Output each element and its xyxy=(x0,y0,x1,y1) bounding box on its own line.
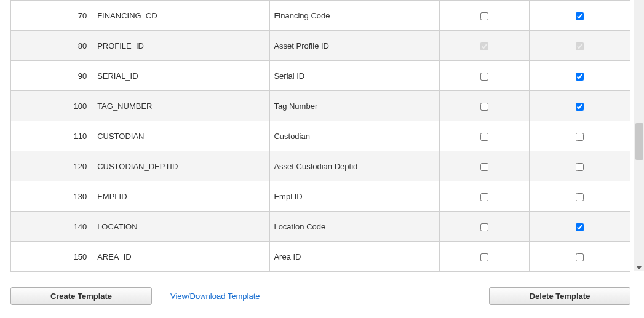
checkbox-col2[interactable] xyxy=(576,73,584,81)
checkbox-col1-cell xyxy=(439,212,529,242)
create-template-button[interactable]: Create Template xyxy=(10,287,152,305)
row-number: 110 xyxy=(11,121,93,151)
checkbox-col2[interactable] xyxy=(576,253,584,261)
row-number: 150 xyxy=(11,242,93,272)
table-row: 70FINANCING_CDFinancing Code xyxy=(11,1,630,31)
checkbox-col1-cell xyxy=(439,181,529,212)
vertical-scrollbar[interactable] xyxy=(634,0,644,271)
checkbox-col2[interactable] xyxy=(576,103,584,111)
checkbox-col2[interactable] xyxy=(576,12,584,20)
checkbox-col2[interactable] xyxy=(576,193,584,201)
checkbox-col1[interactable] xyxy=(480,223,488,231)
field-name: FINANCING_CD xyxy=(93,1,270,31)
table-row: 80PROFILE_IDAsset Profile ID xyxy=(11,31,630,61)
checkbox-col2-cell xyxy=(529,61,630,91)
checkbox-col1[interactable] xyxy=(480,193,488,201)
table-row: 120CUSTODIAN_DEPTIDAsset Custodian Depti… xyxy=(11,151,630,181)
checkbox-col1[interactable] xyxy=(480,103,488,111)
row-number: 70 xyxy=(11,1,93,31)
field-description: Serial ID xyxy=(270,61,439,91)
delete-template-button[interactable]: Delete Template xyxy=(489,287,630,305)
field-name: TAG_NUMBER xyxy=(93,91,270,121)
field-template-table: 70FINANCING_CDFinancing Code80PROFILE_ID… xyxy=(10,0,630,272)
checkbox-col1-cell xyxy=(439,242,529,272)
field-description: Financing Code xyxy=(270,1,439,31)
row-number: 100 xyxy=(11,91,93,121)
row-number: 130 xyxy=(11,181,93,212)
field-name: LOCATION xyxy=(93,212,270,242)
field-description: Empl ID xyxy=(270,181,439,212)
field-description: Area ID xyxy=(270,242,439,272)
field-name: AREA_ID xyxy=(93,242,270,272)
row-number: 120 xyxy=(11,151,93,181)
checkbox-col1-cell xyxy=(439,121,529,151)
checkbox-col1[interactable] xyxy=(480,12,488,20)
field-description: Tag Number xyxy=(270,91,439,121)
scroll-arrow-down-icon[interactable] xyxy=(637,266,642,269)
checkbox-col2-cell xyxy=(529,91,630,121)
checkbox-col2-cell xyxy=(529,181,630,212)
checkbox-col1[interactable] xyxy=(480,253,488,261)
field-description: Location Code xyxy=(270,212,439,242)
checkbox-col1 xyxy=(480,42,488,50)
field-description: Custodian xyxy=(270,121,439,151)
checkbox-col1[interactable] xyxy=(480,163,488,171)
row-number: 140 xyxy=(11,212,93,242)
field-name: PROFILE_ID xyxy=(93,31,270,61)
checkbox-col2-cell xyxy=(529,212,630,242)
checkbox-col1-cell xyxy=(439,31,529,61)
field-name: CUSTODIAN_DEPTID xyxy=(93,151,270,181)
table-row: 100TAG_NUMBERTag Number xyxy=(11,91,630,121)
checkbox-col2-cell xyxy=(529,121,630,151)
table-row: 150AREA_IDArea ID xyxy=(11,242,630,272)
checkbox-col1-cell xyxy=(439,1,529,31)
scroll-thumb[interactable] xyxy=(635,123,643,160)
field-description: Asset Profile ID xyxy=(270,31,439,61)
field-name: CUSTODIAN xyxy=(93,121,270,151)
table-row: 130EMPLIDEmpl ID xyxy=(11,181,630,212)
table-row: 110CUSTODIANCustodian xyxy=(11,121,630,151)
field-name: SERIAL_ID xyxy=(93,61,270,91)
checkbox-col2[interactable] xyxy=(576,223,584,231)
table-row: 140LOCATIONLocation Code xyxy=(11,212,630,242)
checkbox-col2[interactable] xyxy=(576,163,584,171)
checkbox-col2-cell xyxy=(529,31,630,61)
table-row: 90SERIAL_IDSerial ID xyxy=(11,61,630,91)
field-description: Asset Custodian Deptid xyxy=(270,151,439,181)
checkbox-col1[interactable] xyxy=(480,133,488,141)
field-name: EMPLID xyxy=(93,181,270,212)
row-number: 90 xyxy=(11,61,93,91)
checkbox-col2[interactable] xyxy=(576,133,584,141)
checkbox-col1-cell xyxy=(439,151,529,181)
checkbox-col2 xyxy=(576,42,584,50)
checkbox-col2-cell xyxy=(529,151,630,181)
checkbox-col2-cell xyxy=(529,242,630,272)
checkbox-col2-cell xyxy=(529,1,630,31)
button-row: Create Template View/Download Template D… xyxy=(10,287,630,305)
checkbox-col1-cell xyxy=(439,91,529,121)
view-download-template-link[interactable]: View/Download Template xyxy=(170,292,260,301)
checkbox-col1-cell xyxy=(439,61,529,91)
row-number: 80 xyxy=(11,31,93,61)
checkbox-col1[interactable] xyxy=(480,73,488,81)
